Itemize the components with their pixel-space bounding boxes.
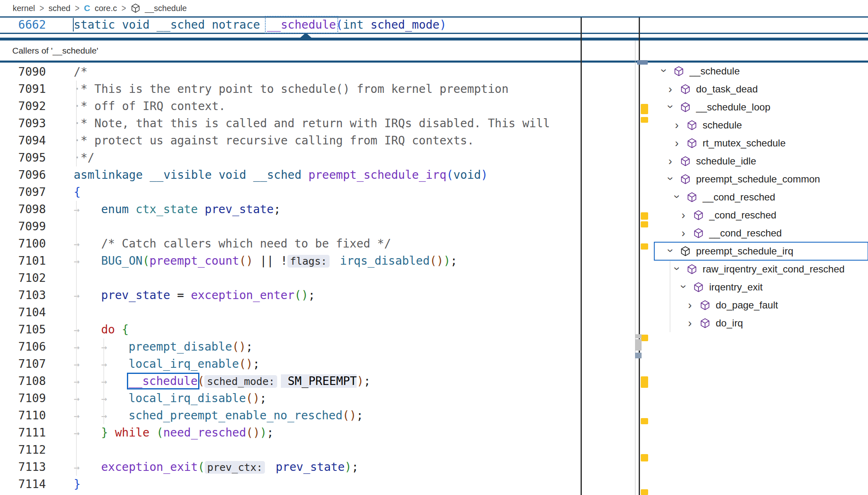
breadcrumb-item-symbol[interactable]: __schedule <box>145 4 187 13</box>
code-line-7106[interactable]: 7106→→preempt_disable(); <box>0 338 581 356</box>
code-line-7107[interactable]: 7107→→local_irq_enable(); <box>0 356 581 373</box>
code-token: local_irq_enable <box>129 357 239 371</box>
chevron-down-icon[interactable]: › <box>658 66 669 75</box>
chevron-right-icon[interactable]: › <box>679 210 688 221</box>
chevron-down-icon[interactable]: › <box>671 264 683 273</box>
code-line-7090[interactable]: 7090/* <box>0 63 581 81</box>
code-line-7094[interactable]: 7094·* protect us against recursive call… <box>0 132 581 149</box>
code-token: static void __sched notrace <box>74 18 267 32</box>
chevron-right-icon[interactable]: › <box>666 156 675 167</box>
tree-item-label: schedule <box>703 119 742 131</box>
code-line-7098[interactable]: 7098→enum ctx_state prev_state; <box>0 201 581 218</box>
peeked-symbol[interactable]: __schedule <box>267 18 336 32</box>
code-text: →→__schedule(sched_mode: SM_PREEMPT); <box>74 373 371 390</box>
line-number: 7109 <box>0 390 46 407</box>
tree-item-__schedule[interactable]: ›__schedule <box>654 62 868 80</box>
symbol-cube-icon <box>680 174 691 184</box>
code-line-7109[interactable]: 7109→→local_irq_disable(); <box>0 390 581 407</box>
code-line-7091[interactable]: 7091·* This is the entry point to schedu… <box>0 81 581 98</box>
breadcrumb-item-kernel[interactable]: kernel <box>13 4 35 13</box>
tree-item-rt_mutex_schedule[interactable]: ›rt_mutex_schedule <box>654 134 868 152</box>
code-line-7096[interactable]: 7096asmlinkage __visible void __sched pr… <box>0 166 581 184</box>
tree-item-__cond_resched[interactable]: ›__cond_resched <box>654 188 868 206</box>
scrollbar-thumb[interactable] <box>637 60 648 65</box>
code-editor[interactable]: 7090/*7091·* This is the entry point to … <box>0 63 581 493</box>
tree-item-irqentry_exit[interactable]: ›irqentry_exit <box>654 278 868 296</box>
tree-item-raw_irqentry_exit_cond_resched[interactable]: ›raw_irqentry_exit_cond_resched <box>654 260 868 278</box>
peek-line-number: 6662 <box>0 18 46 32</box>
code-line-7097[interactable]: 7097{ <box>0 184 581 201</box>
code-text: ·* This is the entry point to schedule()… <box>74 81 509 98</box>
tab-whitespace-icon: → <box>74 425 101 442</box>
chevron-down-icon[interactable]: › <box>665 174 676 183</box>
code-line-7105[interactable]: 7105→do { <box>0 321 581 338</box>
chevron-down-icon[interactable]: › <box>665 246 676 255</box>
code-line-7092[interactable]: 7092·* off of IRQ context. <box>0 98 581 115</box>
symbol-cube-icon <box>693 228 704 239</box>
code-line-7095[interactable]: 7095·*/ <box>0 149 581 166</box>
chevron-right-icon[interactable]: › <box>672 120 681 131</box>
tree-item-label: irqentry_exit <box>709 281 763 293</box>
chevron-down-icon[interactable]: › <box>665 102 676 111</box>
code-token: ( <box>336 18 343 32</box>
scrollbar-thumb[interactable] <box>635 353 642 358</box>
peek-target-line[interactable]: 6662 static void __sched notrace __sched… <box>0 18 581 32</box>
tree-item-__schedule_loop[interactable]: ›__schedule_loop <box>654 98 868 116</box>
peek-title: Callers of '__schedule' <box>12 46 98 56</box>
code-token: () <box>294 288 308 302</box>
tree-item-do_irq[interactable]: ›do_irq <box>654 314 868 332</box>
code-token: ( <box>198 374 205 388</box>
code-token: ( <box>156 426 163 439</box>
tree-item-do_page_fault[interactable]: ›do_page_fault <box>654 296 868 314</box>
tab-whitespace-icon: → <box>101 339 129 356</box>
code-line-7108[interactable]: 7108→→__schedule(sched_mode: SM_PREEMPT)… <box>0 373 581 390</box>
chevron-right-icon[interactable]: › <box>685 318 694 329</box>
code-line-7103[interactable]: 7103→prev_state = exception_enter(); <box>0 287 581 304</box>
code-line-7104[interactable]: 7104 <box>0 304 581 321</box>
tab-whitespace-icon: → <box>74 287 101 304</box>
tree-indent-guide <box>670 261 670 332</box>
scrollbar-thumb[interactable] <box>635 334 642 338</box>
chevron-down-icon[interactable]: › <box>671 192 683 201</box>
inlay-hint: prev_ctx: <box>205 461 265 474</box>
code-line-7111[interactable]: 7111→} while (need_resched()); <box>0 424 581 441</box>
code-text: →→local_irq_disable(); <box>74 390 267 407</box>
tree-item-__cond_resched[interactable]: ›__cond_resched <box>654 224 868 242</box>
tree-item-do_task_dead[interactable]: ›do_task_dead <box>654 80 868 98</box>
tree-item-preempt_schedule_irq[interactable]: ›preempt_schedule_irq <box>654 242 868 260</box>
code-line-7093[interactable]: 7093·* Note, that this is called and ret… <box>0 115 581 132</box>
editor-tree-divider[interactable] <box>581 18 582 495</box>
tree-item-_cond_resched[interactable]: ›_cond_resched <box>654 206 868 224</box>
chevron-right-icon[interactable]: › <box>672 138 681 149</box>
code-line-7101[interactable]: 7101→BUG_ON(preempt_count() || !flags: i… <box>0 252 581 270</box>
chevron-right-icon[interactable]: › <box>685 300 694 311</box>
chevron-right-icon[interactable]: › <box>679 228 688 239</box>
chevron-down-icon[interactable]: › <box>678 282 689 291</box>
code-line-7099[interactable]: 7099 <box>0 218 581 235</box>
chevron-right-icon[interactable]: › <box>666 84 675 95</box>
code-token: { <box>74 185 81 199</box>
line-number: 7108 <box>0 373 46 390</box>
line-number: 7093 <box>0 115 46 132</box>
code-token: ; <box>364 374 371 388</box>
code-line-7110[interactable]: 7110→→sched_preempt_enable_no_resched(); <box>0 407 581 424</box>
yellow-change-marker <box>641 104 648 114</box>
tree-item-preempt_schedule_common[interactable]: ›preempt_schedule_common <box>654 170 868 188</box>
references-peek-view: kernel > sched > C core.c > __schedule 6… <box>0 0 868 495</box>
line-number: 7113 <box>0 459 46 476</box>
breadcrumb-item-sched[interactable]: sched <box>49 4 70 13</box>
code-line-7112[interactable]: 7112 <box>0 441 581 459</box>
tree-item-schedule_idle[interactable]: ›schedule_idle <box>654 152 868 170</box>
tree-item-schedule[interactable]: ›schedule <box>654 116 868 134</box>
tree-item-label: __cond_resched <box>709 227 782 239</box>
code-line-7113[interactable]: 7113→exception_exit(prev_ctx: prev_state… <box>0 459 581 476</box>
line-number: 7106 <box>0 338 46 356</box>
code-line-7100[interactable]: 7100→/* Catch callers which need to be f… <box>0 235 581 252</box>
breadcrumb-item-file[interactable]: core.c <box>95 4 117 13</box>
code-line-7102[interactable]: 7102 <box>0 270 581 287</box>
code-token: · <box>74 134 81 147</box>
highlighted-reference[interactable]: __schedule <box>129 374 198 388</box>
tab-whitespace-icon: → <box>74 322 101 339</box>
scrollbar-thumb[interactable] <box>635 339 642 351</box>
code-line-7114[interactable]: 7114} <box>0 476 581 493</box>
